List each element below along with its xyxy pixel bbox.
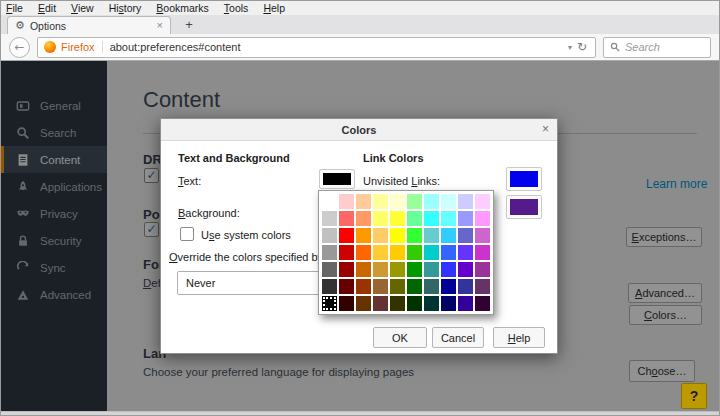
tab-close-icon[interactable]: × [157, 20, 163, 31]
palette-color-swatch[interactable] [458, 211, 473, 226]
menu-bookmarks[interactable]: Bookmarks [156, 2, 209, 14]
palette-color-swatch[interactable] [458, 228, 473, 243]
palette-color-swatch[interactable] [339, 228, 354, 243]
menu-tools[interactable]: Tools [224, 2, 249, 14]
text-color-swatch[interactable] [319, 169, 355, 189]
palette-color-swatch[interactable] [407, 279, 422, 294]
palette-color-swatch[interactable] [458, 245, 473, 260]
palette-color-swatch[interactable] [356, 194, 371, 209]
urlbar-dropdown-icon[interactable]: ▾ [565, 43, 575, 52]
url-bar[interactable]: Firefox about:preferences#content ▾ ↻ [37, 37, 596, 58]
palette-color-swatch[interactable] [373, 211, 388, 226]
palette-color-swatch[interactable] [475, 228, 490, 243]
preferences-page: General Search Content Applications Priv… [1, 61, 719, 411]
palette-color-swatch[interactable] [475, 279, 490, 294]
palette-color-swatch[interactable] [356, 296, 371, 311]
palette-color-swatch[interactable] [407, 228, 422, 243]
palette-color-swatch[interactable] [458, 194, 473, 209]
palette-color-swatch[interactable] [458, 279, 473, 294]
palette-color-swatch[interactable] [475, 245, 490, 260]
palette-color-swatch[interactable] [322, 279, 337, 294]
palette-color-swatch[interactable] [356, 279, 371, 294]
palette-color-swatch[interactable] [339, 194, 354, 209]
palette-color-swatch[interactable] [322, 211, 337, 226]
palette-color-swatch[interactable] [424, 245, 439, 260]
palette-color-swatch[interactable] [339, 262, 354, 277]
palette-color-swatch[interactable] [407, 245, 422, 260]
palette-color-swatch[interactable] [339, 279, 354, 294]
help-button[interactable]: ? [681, 383, 707, 409]
palette-color-swatch[interactable] [356, 245, 371, 260]
palette-color-swatch[interactable] [390, 228, 405, 243]
palette-color-swatch[interactable] [322, 194, 337, 209]
palette-color-swatch[interactable] [424, 228, 439, 243]
palette-color-swatch[interactable] [441, 279, 456, 294]
palette-color-swatch[interactable] [407, 194, 422, 209]
palette-color-swatch[interactable] [356, 262, 371, 277]
menu-file[interactable]: File [6, 2, 23, 14]
dialog-help-button[interactable]: Help [493, 327, 545, 348]
palette-color-swatch[interactable] [339, 296, 354, 311]
tab-options[interactable]: ⚙ Options × [7, 16, 171, 34]
palette-color-swatch[interactable] [322, 228, 337, 243]
palette-color-swatch[interactable] [390, 245, 405, 260]
palette-color-swatch[interactable] [322, 296, 337, 311]
palette-color-swatch[interactable] [339, 211, 354, 226]
palette-color-swatch[interactable] [322, 245, 337, 260]
palette-color-swatch[interactable] [373, 194, 388, 209]
palette-color-swatch[interactable] [424, 211, 439, 226]
cancel-button[interactable]: Cancel [432, 327, 484, 348]
url-text[interactable]: about:preferences#content [103, 41, 565, 53]
palette-color-swatch[interactable] [424, 194, 439, 209]
search-input[interactable]: Search [603, 37, 711, 58]
palette-color-swatch[interactable] [441, 245, 456, 260]
palette-color-swatch[interactable] [441, 296, 456, 311]
ok-button[interactable]: OK [373, 327, 427, 348]
palette-color-swatch[interactable] [390, 211, 405, 226]
palette-color-swatch[interactable] [407, 262, 422, 277]
visited-links-swatch[interactable] [506, 195, 542, 219]
palette-color-swatch[interactable] [390, 279, 405, 294]
menu-history[interactable]: History [109, 2, 142, 14]
palette-color-swatch[interactable] [390, 194, 405, 209]
dialog-titlebar: Colors × [161, 119, 557, 141]
menu-view[interactable]: View [71, 2, 94, 14]
use-system-colors-checkbox[interactable] [180, 227, 194, 241]
palette-color-swatch[interactable] [356, 228, 371, 243]
palette-color-swatch[interactable] [356, 211, 371, 226]
palette-color-swatch[interactable] [475, 211, 490, 226]
palette-color-swatch[interactable] [322, 262, 337, 277]
palette-color-swatch[interactable] [373, 228, 388, 243]
reload-icon[interactable]: ↻ [575, 40, 589, 54]
palette-color-swatch[interactable] [407, 211, 422, 226]
palette-color-swatch[interactable] [390, 296, 405, 311]
palette-color-swatch[interactable] [475, 194, 490, 209]
palette-color-swatch[interactable] [458, 296, 473, 311]
menu-help[interactable]: Help [263, 2, 285, 14]
unvisited-links-swatch[interactable] [506, 167, 542, 191]
palette-color-swatch[interactable] [424, 296, 439, 311]
back-button[interactable]: ← [9, 37, 30, 58]
dialog-close-icon[interactable]: × [542, 122, 549, 136]
new-tab-button[interactable]: + [181, 17, 197, 32]
palette-color-swatch[interactable] [373, 279, 388, 294]
palette-color-swatch[interactable] [339, 245, 354, 260]
palette-color-swatch[interactable] [441, 194, 456, 209]
palette-color-swatch[interactable] [475, 296, 490, 311]
visited-links-value [510, 199, 538, 215]
palette-color-swatch[interactable] [373, 262, 388, 277]
palette-color-swatch[interactable] [458, 262, 473, 277]
palette-color-swatch[interactable] [441, 228, 456, 243]
palette-color-swatch[interactable] [407, 296, 422, 311]
menu-edit[interactable]: Edit [38, 2, 56, 14]
link-colors-heading: Link Colors [363, 152, 424, 164]
palette-color-swatch[interactable] [390, 262, 405, 277]
palette-color-swatch[interactable] [424, 279, 439, 294]
palette-color-swatch[interactable] [441, 262, 456, 277]
palette-color-swatch[interactable] [475, 262, 490, 277]
palette-color-swatch[interactable] [373, 296, 388, 311]
palette-color-swatch[interactable] [373, 245, 388, 260]
palette-color-swatch[interactable] [441, 211, 456, 226]
palette-color-swatch[interactable] [424, 262, 439, 277]
tab-bar: ⚙ Options × + [1, 15, 719, 34]
